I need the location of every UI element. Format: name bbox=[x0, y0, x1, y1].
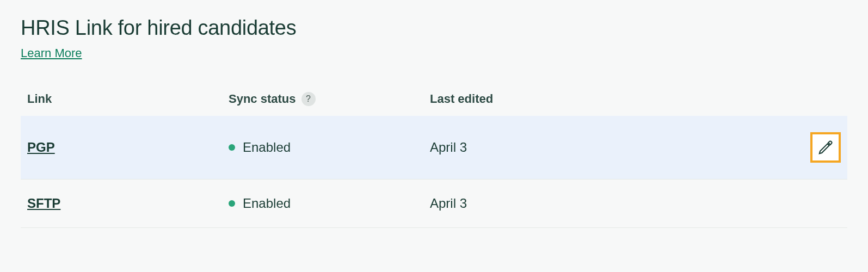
learn-more-link[interactable]: Learn More bbox=[21, 46, 82, 60]
sync-status-text: Enabled bbox=[243, 196, 291, 211]
pencil-icon bbox=[817, 139, 834, 156]
table-row: PGP Enabled April 3 bbox=[21, 116, 847, 180]
table-row: SFTP Enabled April 3 bbox=[21, 180, 847, 228]
link-name[interactable]: PGP bbox=[27, 140, 55, 154]
hris-links-table: Link Sync status ? Last edited PGP Enabl… bbox=[21, 86, 847, 228]
edit-button[interactable] bbox=[810, 132, 841, 163]
sync-status-text: Enabled bbox=[243, 140, 291, 155]
column-header-sync-status-label: Sync status bbox=[229, 92, 296, 106]
sync-status-cell: Enabled bbox=[229, 196, 430, 211]
status-dot-icon bbox=[229, 200, 235, 207]
column-header-link: Link bbox=[27, 92, 229, 106]
column-header-last-edited: Last edited bbox=[430, 92, 792, 106]
column-header-sync-status: Sync status ? bbox=[229, 92, 430, 106]
help-icon[interactable]: ? bbox=[301, 92, 316, 106]
column-header-link-label: Link bbox=[27, 92, 52, 106]
status-dot-icon bbox=[229, 144, 235, 151]
page-title: HRIS Link for hired candidates bbox=[21, 16, 847, 40]
last-edited-text: April 3 bbox=[430, 140, 792, 155]
column-header-last-edited-label: Last edited bbox=[430, 92, 493, 106]
last-edited-text: April 3 bbox=[430, 196, 792, 211]
sync-status-cell: Enabled bbox=[229, 140, 430, 155]
link-name[interactable]: SFTP bbox=[27, 196, 60, 211]
table-header: Link Sync status ? Last edited bbox=[21, 86, 847, 116]
